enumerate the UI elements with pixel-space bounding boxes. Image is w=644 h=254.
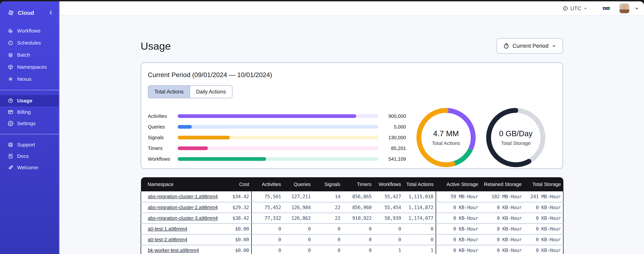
bar-track (178, 125, 378, 129)
total_actions-cell: 1 (404, 245, 436, 254)
tab-daily-actions[interactable]: Daily Actions (190, 86, 232, 98)
glasses-icon[interactable] (602, 4, 610, 12)
bar-track (178, 114, 378, 118)
bar-label: Signals (148, 135, 178, 140)
sidebar-item-billing[interactable]: Billing (0, 106, 59, 118)
docs-icon (8, 153, 14, 159)
signals-cell: 0 (313, 234, 343, 245)
bar-fill (178, 114, 356, 118)
activities-cell: 77,332 (252, 213, 284, 224)
total_actions-cell: 1,174,077 (404, 213, 436, 224)
sidebar-item-label: Usage (17, 98, 32, 104)
user-avatar[interactable] (620, 4, 629, 13)
timers-cell: 856,960 (343, 202, 374, 213)
bar-value: 5,000 (378, 124, 406, 130)
bar-label: Activities (148, 114, 178, 119)
timers-cell: 856,865 (343, 191, 374, 202)
column-header-workflows: Workflows (374, 177, 404, 191)
active_storage-cell: 0 KB-Hour (436, 224, 480, 234)
topbar: UTC (60, 1, 644, 16)
sidebar-item-support[interactable]: Support (0, 139, 59, 150)
sidebar-item-batch[interactable]: Batch (0, 49, 59, 61)
namespace-link[interactable]: abs-migration-cluster-2.a98mm4 (148, 205, 218, 210)
sidebar-item-namespaces[interactable]: Namespaces (0, 61, 59, 73)
page-header: Usage Current Period (141, 38, 563, 54)
sidebar-item-welcome[interactable]: Welcome (0, 162, 59, 173)
retained_storage-cell: 0 KB-Hour (480, 224, 524, 234)
activities-cell: 75,501 (252, 191, 284, 202)
billing-icon (8, 109, 14, 115)
support-icon (8, 142, 14, 148)
sidebar-item-label: Billing (17, 109, 31, 115)
namespace-cell: a0-test-2.a98mm4 (141, 234, 217, 245)
queries-cell: 0 (284, 245, 313, 254)
namespace-cell: abs-migration-cluster-3.a98mm4 (141, 213, 217, 224)
timers-cell: 910,922 (343, 213, 374, 224)
usage-card-title: Current Period (09/01/2024 — 10/01/2024) (148, 71, 556, 78)
sidebar-item-settings[interactable]: Settings (0, 118, 59, 129)
sidebar-collapse-button[interactable] (48, 10, 54, 16)
timezone-label: UTC (570, 5, 581, 12)
cost-cell: $0.00 (217, 224, 252, 234)
activities-cell: 0 (252, 234, 284, 245)
usage-icon (8, 98, 14, 104)
usage-charts: Activities900,000Queries5,000Signals130,… (148, 108, 556, 168)
sidebar-item-workflows[interactable]: Workflows (0, 25, 59, 37)
namespace-link[interactable]: bk-worker-test.a98mm4 (148, 248, 199, 253)
sidebar-divider (0, 134, 59, 134)
usage-bar-row: Timers85,201 (148, 143, 406, 154)
clock-icon (562, 6, 568, 11)
activities-cell: 75,452 (252, 202, 284, 213)
column-header-total_actions: Total Actions (404, 177, 436, 191)
tab-total-actions[interactable]: Total Actions (148, 86, 190, 98)
period-selector-button[interactable]: Current Period (496, 38, 563, 54)
schedules-icon (8, 40, 14, 46)
total_storage-cell: 0 KB-Hour (524, 224, 563, 234)
workflows-cell: 0 (374, 224, 404, 234)
user-menu-chevron-down-icon[interactable] (634, 6, 639, 11)
retained_storage-cell: 0 KB-Hour (480, 202, 524, 213)
cost-cell: $29.32 (217, 202, 252, 213)
signals-cell: 0 (313, 224, 343, 234)
table-row: a0-test-2.a98mm4$0.000000000 KB-Hour0 KB… (141, 234, 563, 245)
cost-cell: $0.00 (217, 245, 252, 254)
namespace-cell: a0-test-1.a98mm4 (141, 224, 217, 234)
sidebar-item-usage[interactable]: Usage (0, 95, 59, 106)
cost-cell: $34.42 (217, 191, 252, 202)
namespace-link[interactable]: a0-test-2.a98mm4 (148, 237, 187, 242)
usage-bar-row: Signals130,000 (148, 132, 406, 143)
total_actions-cell: 1,114,872 (404, 202, 436, 213)
signals-cell: 22 (313, 213, 343, 224)
actions-toggle: Total Actions Daily Actions (148, 85, 232, 98)
sidebar-item-docs[interactable]: Docs (0, 150, 59, 162)
retained_storage-cell: 182 MB-Hour (480, 191, 524, 202)
bar-fill (178, 136, 230, 140)
active_storage-cell: 59 MB-Hour (436, 191, 480, 202)
column-header-retained_storage: Retained Storage (480, 177, 524, 191)
total-storage-donut: 0 GB/Day Total Storage (486, 108, 546, 168)
column-header-cost: Cost (217, 177, 252, 191)
workflows-cell: 58,939 (374, 213, 404, 224)
sidebar-item-schedules[interactable]: Schedules (0, 37, 59, 49)
timezone-selector[interactable]: UTC (562, 5, 588, 12)
sidebar-item-nexus[interactable]: Nexus (0, 73, 59, 85)
namespace-link[interactable]: abs-migration-cluster-3.a98mm4 (148, 216, 218, 221)
column-header-activities: Activities (252, 177, 284, 191)
total-actions-donut: 4.7 MM Total Actions (416, 108, 476, 168)
retained_storage-cell: 0 KB-Hour (480, 213, 524, 224)
retained_storage-cell: 0 KB-Hour (480, 234, 524, 245)
sidebar-item-label: Support (17, 142, 35, 148)
bar-track (178, 146, 378, 150)
nexus-icon (8, 76, 14, 82)
namespace-cell: abs-migration-cluster-2.a98mm4 (141, 202, 217, 213)
cost-cell: $38.42 (217, 213, 252, 224)
namespace-cell: abs-migration-cluster-1.a98mm4 (141, 191, 217, 202)
workflows-cell: 1 (374, 245, 404, 254)
stopwatch-icon (503, 43, 510, 49)
table-row: bk-worker-test.a98mm4$0.000000110 KB-Hou… (141, 245, 563, 254)
namespace-link[interactable]: a0-test-1.a98mm4 (148, 226, 187, 232)
namespace-link[interactable]: abs-migration-cluster-1.a98mm4 (148, 194, 218, 199)
column-header-queries: Queries (284, 177, 313, 191)
period-selector-label: Current Period (512, 43, 548, 49)
table-row: abs-migration-cluster-2.a98mm4$29.3275,4… (141, 202, 563, 213)
